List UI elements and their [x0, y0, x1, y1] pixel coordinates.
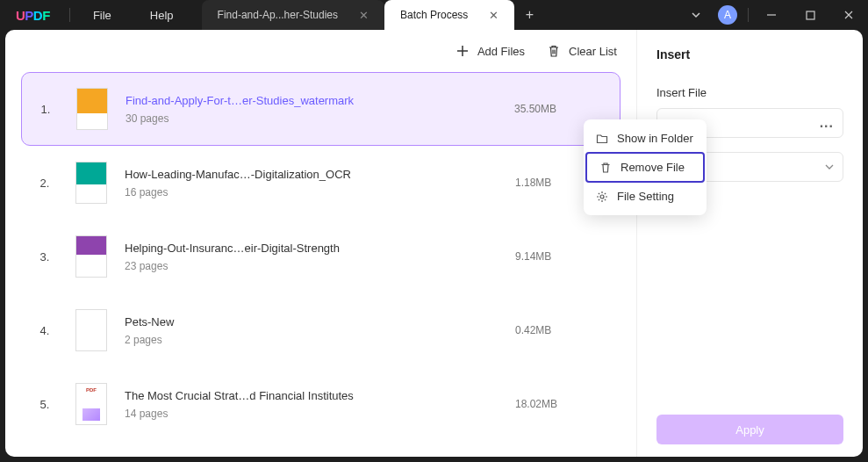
tab-label: Batch Process — [400, 9, 468, 21]
page-count: 16 pages — [125, 186, 515, 199]
clear-list-button[interactable]: Clear List — [548, 45, 617, 58]
row-number: 4. — [32, 324, 58, 337]
file-meta: Pets-New 2 pages — [125, 315, 515, 346]
svg-rect-1 — [807, 11, 814, 19]
page-count: 23 pages — [125, 260, 515, 272]
insert-panel: Insert Insert File ... Apply — [636, 30, 863, 457]
context-show-in-folder[interactable]: Show in Folder — [584, 125, 707, 152]
workspace: Add Files Clear List 1. Find-and-Apply-F… — [5, 30, 863, 457]
close-icon[interactable]: ✕ — [489, 9, 499, 22]
file-size: 18.02MB — [515, 398, 621, 410]
file-thumbnail — [75, 383, 107, 425]
clear-list-label: Clear List — [569, 45, 617, 58]
svg-point-2 — [600, 195, 604, 199]
context-label: Show in Folder — [617, 132, 693, 145]
file-size: 0.42MB — [515, 324, 621, 336]
menu-help[interactable]: Help — [131, 9, 193, 22]
page-count: 30 pages — [126, 112, 514, 125]
panel-title: Insert — [656, 47, 843, 61]
file-meta: How-Leading-Manufac…-Digitalization_OCR … — [125, 168, 515, 199]
avatar[interactable]: A — [718, 5, 737, 25]
file-meta: Helping-Out-Insuranc…eir-Digital-Strengt… — [125, 242, 515, 272]
row-number: 1. — [32, 103, 59, 116]
ellipsis-icon: ... — [820, 115, 834, 131]
close-button[interactable] — [829, 0, 868, 30]
chevron-down-icon — [825, 162, 834, 171]
tab-batch-process[interactable]: Batch Process ✕ — [384, 0, 514, 30]
context-label: Remove File — [621, 161, 685, 174]
file-name: Pets-New — [125, 315, 515, 328]
trash-icon — [599, 162, 612, 174]
plus-icon — [456, 45, 469, 57]
context-remove-file[interactable]: Remove File — [585, 152, 705, 183]
file-name: The Most Crucial Strat…d Financial Insti… — [125, 389, 515, 402]
list-toolbar: Add Files Clear List — [5, 30, 636, 72]
apply-button[interactable]: Apply — [656, 415, 843, 444]
file-list-pane: Add Files Clear List 1. Find-and-Apply-F… — [5, 30, 636, 457]
add-files-button[interactable]: Add Files — [456, 45, 525, 58]
tab-bar: Find-and-Ap...her-Studies ✕ Batch Proces… — [202, 0, 545, 30]
row-number: 2. — [32, 177, 58, 190]
file-thumbnail — [75, 309, 107, 351]
context-label: File Setting — [617, 190, 674, 203]
minimize-button[interactable] — [752, 0, 791, 30]
file-name: How-Leading-Manufac…-Digitalization_OCR — [125, 168, 515, 181]
file-meta: Find-and-Apply-For-t…er-Studies_watermar… — [126, 94, 514, 125]
gear-icon — [596, 191, 608, 203]
row-number: 5. — [32, 398, 58, 411]
insert-file-label: Insert File — [656, 86, 843, 99]
context-menu: Show in Folder Remove File File Setting — [584, 119, 707, 215]
file-list: 1. Find-and-Apply-For-t…er-Studies_water… — [5, 72, 636, 457]
chevron-down-icon[interactable] — [681, 10, 711, 20]
file-thumbnail — [76, 88, 108, 130]
title-bar: UPDF File Help Find-and-Ap...her-Studies… — [0, 0, 868, 30]
list-item[interactable]: 3. Helping-Out-Insuranc…eir-Digital-Stre… — [21, 220, 621, 293]
divider — [69, 8, 70, 22]
file-name: Helping-Out-Insuranc…eir-Digital-Strengt… — [125, 242, 515, 255]
file-meta: The Most Crucial Strat…d Financial Insti… — [125, 389, 515, 420]
trash-icon — [548, 45, 560, 58]
new-tab-button[interactable]: + — [514, 0, 544, 30]
menu-file[interactable]: File — [74, 9, 131, 22]
list-item[interactable]: 2. How-Leading-Manufac…-Digitalization_O… — [21, 146, 621, 220]
tab-label: Find-and-Ap...her-Studies — [218, 9, 338, 21]
file-size: 35.50MB — [514, 103, 620, 115]
divider — [748, 8, 749, 22]
file-thumbnail — [75, 162, 107, 204]
page-count: 2 pages — [125, 334, 515, 346]
app-logo: UPDF — [0, 8, 66, 23]
tab-document[interactable]: Find-and-Ap...her-Studies ✕ — [202, 0, 384, 30]
list-item[interactable]: 5. The Most Crucial Strat…d Financial In… — [21, 367, 621, 441]
list-item[interactable]: 1. Find-and-Apply-For-t…er-Studies_water… — [21, 72, 621, 146]
file-thumbnail — [75, 235, 107, 278]
file-size: 9.14MB — [515, 250, 621, 263]
context-file-setting[interactable]: File Setting — [584, 183, 707, 210]
maximize-button[interactable] — [791, 0, 829, 30]
add-files-label: Add Files — [477, 45, 525, 58]
list-item[interactable]: 4. Pets-New 2 pages 0.42MB — [21, 293, 621, 367]
close-icon[interactable]: ✕ — [359, 9, 369, 22]
file-name: Find-and-Apply-For-t…er-Studies_watermar… — [126, 94, 514, 107]
row-number: 3. — [32, 250, 58, 263]
page-count: 14 pages — [125, 408, 515, 420]
folder-icon — [596, 133, 608, 145]
